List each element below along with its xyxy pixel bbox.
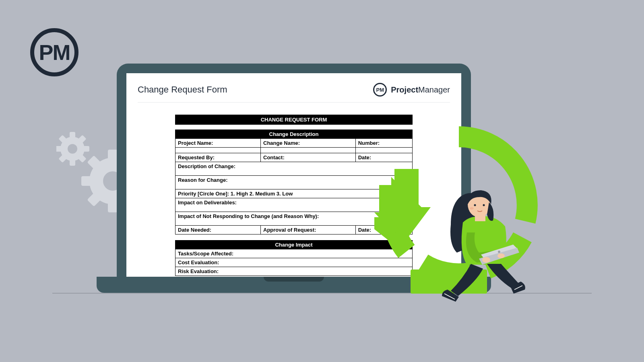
field-project-name: Project Name: <box>175 139 261 148</box>
svg-point-23 <box>474 204 476 206</box>
laptop-notch <box>264 277 324 282</box>
svg-point-25 <box>470 207 474 210</box>
arrow-head-icon <box>378 169 435 249</box>
document-title: Change Request Form <box>138 84 227 95</box>
svg-rect-1 <box>108 150 118 160</box>
field-approval: Approval of Request: <box>261 226 356 234</box>
document-header: Change Request Form PM ProjectManager <box>138 83 450 103</box>
svg-point-19 <box>68 144 77 154</box>
svg-point-27 <box>482 257 490 263</box>
person-with-laptop-icon <box>439 184 543 305</box>
svg-rect-20 <box>394 169 419 209</box>
brand-text: ProjectManager <box>391 85 450 95</box>
svg-rect-12 <box>70 159 75 166</box>
svg-point-24 <box>483 204 485 206</box>
svg-rect-13 <box>56 146 62 152</box>
field-change-name: Change Name: <box>261 139 356 148</box>
svg-point-28 <box>497 253 505 258</box>
svg-rect-11 <box>70 132 75 138</box>
field-date-needed: Date Needed: <box>175 226 261 234</box>
svg-point-26 <box>498 251 500 253</box>
pm-logo-text: PM <box>39 40 70 65</box>
brand-circle-icon: PM <box>373 83 387 97</box>
pm-logo-corner: PM <box>30 28 78 76</box>
svg-rect-2 <box>108 202 118 212</box>
svg-rect-14 <box>83 146 89 152</box>
field-requested-by: Requested By: <box>175 153 261 162</box>
field-contact: Contact: <box>261 153 356 162</box>
brand-badge: PM ProjectManager <box>373 83 450 97</box>
svg-rect-3 <box>81 176 92 186</box>
